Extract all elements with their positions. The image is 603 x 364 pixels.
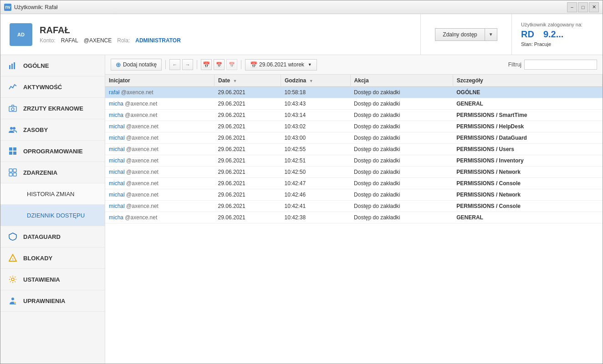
col-header-date[interactable]: Date ▼: [215, 75, 281, 87]
table-row[interactable]: michal @axence.net 29.06.2021 10:43:00 D…: [105, 132, 603, 144]
status-value: Pracuje: [534, 41, 551, 47]
rola-label: Rola:: [117, 37, 130, 44]
separator-3: [241, 60, 241, 69]
svg-rect-11: [9, 169, 12, 172]
sidebar-item-zrzuty[interactable]: ZRZUTY EKRANOWE: [0, 98, 105, 119]
user-name: RAFAŁ: [40, 25, 181, 35]
cell-godzina: 10:42:41: [281, 201, 350, 212]
cell-szczegoly: PERMISSIONS / Console: [453, 201, 602, 212]
sidebar-item-ogolne[interactable]: OGÓLNE: [0, 55, 105, 76]
prev-button[interactable]: ←: [169, 59, 180, 70]
cell-godzina: 10:43:14: [281, 110, 350, 121]
session-rd: RD: [521, 29, 534, 40]
cell-szczegoly: GENERAL: [453, 212, 602, 223]
people2-icon: [8, 296, 18, 306]
cell-inicjator: michal @axence.net: [105, 167, 215, 178]
cell-inicjator: michal @axence.net: [105, 121, 215, 132]
svg-point-17: [11, 298, 14, 300]
svg-point-16: [11, 278, 14, 281]
table-row[interactable]: michal @axence.net 29.06.2021 10:42:55 D…: [105, 144, 603, 155]
date-selector-label: 29.06.2021 wtorek: [259, 61, 304, 68]
sidebar-label-ogolne: OGÓLNE: [23, 62, 49, 69]
svg-point-5: [10, 127, 13, 130]
remote-btn-label: Zdalny dostęp: [435, 29, 485, 40]
table-row[interactable]: michal @axence.net 29.06.2021 10:42:47 D…: [105, 178, 603, 189]
gear-icon: [8, 274, 18, 284]
table-row[interactable]: micha @axence.net 29.06.2021 10:42:38 Do…: [105, 212, 603, 223]
maximize-button[interactable]: □: [578, 2, 588, 12]
table-row[interactable]: rafał @axence.net 29.06.2021 10:58:18 Do…: [105, 87, 603, 98]
konto-label: Konto:: [40, 37, 56, 44]
status-label: Stan:: [521, 41, 533, 47]
cell-date: 29.06.2021: [215, 132, 281, 144]
calendar-button-3[interactable]: 📅: [226, 59, 237, 70]
sidebar-item-zasoby[interactable]: ZASOBY: [0, 119, 105, 141]
session-values: RD 9.2...: [521, 29, 563, 40]
add-note-button[interactable]: ⊕ Dodaj notatkę: [111, 59, 162, 71]
close-button[interactable]: ✕: [589, 2, 599, 12]
dziennik-icon: [11, 210, 21, 220]
godzina-sort-arrow: ▼: [309, 79, 313, 83]
calendar-button-1[interactable]: 📅: [201, 59, 212, 70]
cell-inicjator: rafał @axence.net: [105, 87, 215, 98]
next-button[interactable]: →: [182, 59, 193, 70]
filter-label: Filtruj: [508, 61, 521, 68]
table-row[interactable]: michal @axence.net 29.06.2021 10:42:41 D…: [105, 201, 603, 212]
historia-icon: [11, 189, 21, 199]
content-area: ⊕ Dodaj notatkę ← → 📅 📅 📅 📅 29.06.2021 w…: [105, 55, 603, 364]
user-info: AD RAFAŁ Konto: RAFAL @AXENCE Rola: ADMI…: [0, 14, 420, 55]
minimize-button[interactable]: −: [567, 2, 577, 12]
sidebar-item-dataguard[interactable]: DATAGUARD: [0, 226, 105, 248]
sidebar: OGÓLNE AKTYWNOŚĆ ZRZUTY EKRANOWE ZASOBY: [0, 55, 105, 364]
sidebar-item-dziennik[interactable]: DZIENNIK DOSTĘPU: [0, 205, 105, 226]
avatar: AD: [10, 23, 32, 46]
table-row[interactable]: michal @axence.net 29.06.2021 10:42:50 D…: [105, 167, 603, 178]
cell-date: 29.06.2021: [215, 87, 281, 98]
sidebar-item-aktywnosc[interactable]: AKTYWNOŚĆ: [0, 76, 105, 98]
table-row[interactable]: michal @axence.net 29.06.2021 10:42:46 D…: [105, 189, 603, 201]
cell-akcja: Dostęp do zakładki: [350, 110, 453, 121]
date-selector[interactable]: 📅 29.06.2021 wtorek ▼: [245, 59, 317, 71]
cell-inicjator: michal @axence.net: [105, 155, 215, 167]
calendar-button-2[interactable]: 📅: [214, 59, 225, 70]
remote-access-section: Zdalny dostęp ▼: [420, 14, 511, 55]
add-note-label: Dodaj notatkę: [123, 61, 157, 68]
sidebar-item-zdarzenia[interactable]: ZDARZENIA: [0, 162, 105, 183]
cell-akcja: Dostęp do zakładki: [350, 87, 453, 98]
cell-inicjator: micha @axence.net: [105, 212, 215, 223]
svg-rect-9: [9, 152, 12, 155]
cell-akcja: Dostęp do zakładki: [350, 121, 453, 132]
user-meta: Konto: RAFAL @AXENCE Rola: ADMINISTRATOR: [40, 37, 181, 44]
cell-date: 29.06.2021: [215, 178, 281, 189]
app-header: AD RAFAŁ Konto: RAFAL @AXENCE Rola: ADMI…: [0, 14, 603, 55]
filter-input[interactable]: [524, 60, 597, 70]
cell-szczegoly: PERMISSIONS / DataGuard: [453, 132, 602, 144]
sidebar-item-ustawienia[interactable]: USTAWIENIA: [0, 269, 105, 290]
table-row[interactable]: micha @axence.net 29.06.2021 10:43:14 Do…: [105, 110, 603, 121]
date-dropdown-arrow: ▼: [308, 62, 312, 67]
cell-godzina: 10:58:18: [281, 87, 350, 98]
col-header-godzina[interactable]: Godzina ▼: [281, 75, 350, 87]
table-header-row: Inicjator Date ▼ Godzina ▼ Akc: [105, 75, 603, 87]
bar-icon: [8, 82, 18, 92]
svg-rect-7: [9, 147, 12, 151]
table-row[interactable]: michal @axence.net 29.06.2021 10:43:02 D…: [105, 121, 603, 132]
remote-access-button[interactable]: Zdalny dostęp ▼: [435, 28, 497, 41]
sidebar-item-blokady[interactable]: ! BLOKADY: [0, 248, 105, 269]
user-details: RAFAŁ Konto: RAFAL @AXENCE Rola: ADMINIS…: [40, 25, 181, 44]
cell-szczegoly: PERMISSIONS / HelpDesk: [453, 121, 602, 132]
sidebar-item-uprawnienia[interactable]: UPRAWNIENIA: [0, 290, 105, 312]
chart-icon: [8, 61, 18, 71]
sidebar-label-aktywnosc: AKTYWNOŚĆ: [23, 84, 62, 91]
table-row[interactable]: micha @axence.net 29.06.2021 10:43:43 Do…: [105, 98, 603, 110]
table-container: Inicjator Date ▼ Godzina ▼ Akc: [105, 75, 603, 364]
col-header-akcja: Akcja: [350, 75, 453, 87]
cell-inicjator: michal @axence.net: [105, 144, 215, 155]
cell-date: 29.06.2021: [215, 110, 281, 121]
sidebar-item-historia[interactable]: HISTORIA ZMIAN: [0, 183, 105, 205]
access-log-table: Inicjator Date ▼ Godzina ▼ Akc: [105, 75, 603, 223]
table-row[interactable]: michal @axence.net 29.06.2021 10:42:51 D…: [105, 155, 603, 167]
warning-icon: !: [8, 253, 18, 263]
sidebar-item-oprogramowanie[interactable]: OPROGRAMOWANIE: [0, 141, 105, 162]
remote-btn-dropdown-arrow[interactable]: ▼: [485, 29, 497, 40]
